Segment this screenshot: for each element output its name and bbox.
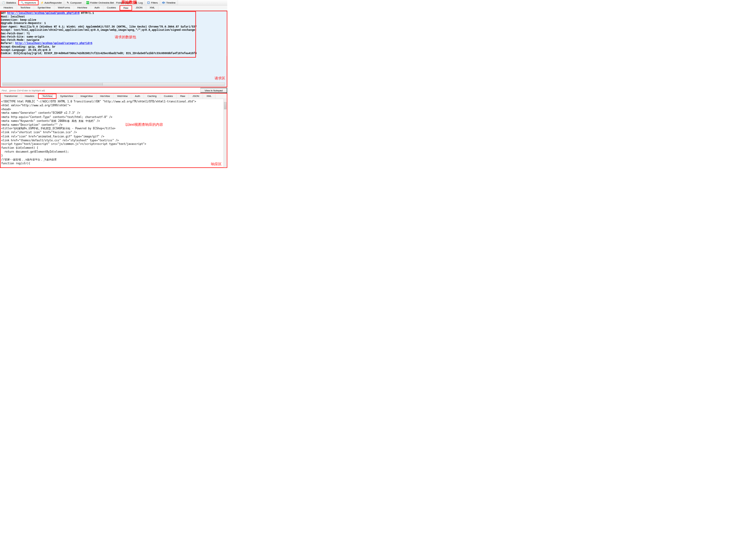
tab-label: Inspectors bbox=[25, 1, 36, 4]
tab-label: Auth bbox=[135, 95, 140, 98]
resp-tab-webview[interactable]: WebView bbox=[114, 94, 132, 99]
tab-label: Timeline bbox=[166, 1, 176, 4]
scrollbar-thumb[interactable] bbox=[224, 102, 226, 109]
req-tab-syntaxview[interactable]: SyntaxView bbox=[34, 5, 55, 11]
resp-tab-auth[interactable]: Auth bbox=[131, 94, 143, 99]
tab-label: Composer bbox=[70, 1, 82, 4]
tab-label: Fiddler Orchestra Beta bbox=[90, 1, 115, 4]
main-tab-strip: 🕑 Statistics 🔍 Inspectors ⚡ AutoResponde… bbox=[0, 0, 227, 5]
tab-label: JSON bbox=[193, 95, 199, 98]
find-bar: View in Notepad bbox=[0, 88, 227, 93]
req-tab-auth[interactable]: Auth bbox=[91, 5, 103, 11]
tab-label: TextView bbox=[42, 95, 53, 98]
resp-tab-syntaxview[interactable]: SyntaxView bbox=[57, 94, 77, 99]
tab-label: HexView bbox=[100, 95, 110, 98]
stopwatch-icon: 🕑 bbox=[2, 1, 5, 4]
tab-label: HexView bbox=[77, 6, 87, 9]
tab-label: SyntaxView bbox=[60, 95, 73, 98]
resp-tab-textview[interactable]: TextView bbox=[38, 94, 57, 99]
tab-label: Headers bbox=[4, 6, 13, 9]
request-pane: GET http://localhost/ecshop/upload/goods… bbox=[0, 11, 227, 87]
tab-label: AutoResponder bbox=[44, 1, 62, 4]
tab-label: Caching bbox=[147, 95, 157, 98]
resp-tab-json[interactable]: JSON bbox=[189, 94, 203, 99]
tab-label: WebForms bbox=[58, 6, 70, 9]
vertical-scrollbar[interactable] bbox=[224, 99, 227, 167]
req-tab-textview[interactable]: TextView bbox=[17, 5, 34, 11]
request-tab-strip: Headers TextView SyntaxView WebForms Hex… bbox=[0, 5, 227, 11]
tab-statistics[interactable]: 🕑 Statistics bbox=[0, 0, 18, 5]
fo-icon: FO bbox=[86, 1, 89, 4]
response-body-text[interactable]: <!DOCTYPE html PUBLIC "-//W3C//DTD XHTML… bbox=[1, 99, 227, 167]
lightning-icon: ⚡ bbox=[40, 1, 43, 4]
tab-autoresponder[interactable]: ⚡ AutoResponder bbox=[39, 0, 64, 5]
tab-label: Transformer bbox=[4, 95, 18, 98]
tab-label: JSON bbox=[136, 6, 143, 9]
find-input[interactable] bbox=[0, 88, 201, 93]
response-tab-strip: Transformer Headers TextView SyntaxView … bbox=[1, 94, 227, 99]
resp-tab-headers[interactable]: Headers bbox=[21, 94, 38, 99]
req-tab-xml[interactable]: XML bbox=[146, 5, 158, 11]
tab-label: XML bbox=[206, 95, 212, 98]
resp-tab-hexview[interactable]: HexView bbox=[97, 94, 114, 99]
resp-tab-transformer[interactable]: Transformer bbox=[1, 94, 21, 99]
annotation-raw-data: 原始数据 bbox=[121, 0, 137, 5]
tab-label: XML bbox=[150, 6, 155, 9]
horizontal-scrollbar[interactable] bbox=[2, 83, 225, 86]
annotation-response-view: 以text视图查响应的内容 bbox=[125, 122, 163, 127]
tab-composer[interactable]: ✎ Composer bbox=[64, 0, 84, 5]
req-tab-json[interactable]: JSON bbox=[132, 5, 146, 11]
req-tab-hexview[interactable]: HexView bbox=[74, 5, 91, 11]
timeline-icon bbox=[162, 1, 165, 4]
req-tab-cookies[interactable]: Cookies bbox=[103, 5, 120, 11]
req-tab-raw[interactable]: Raw bbox=[120, 5, 132, 11]
annotation-response-area: 响应区 bbox=[211, 162, 222, 166]
referer-url-link[interactable]: http://localhost/ecshop/upload/category.… bbox=[15, 42, 92, 45]
tab-label: WebView bbox=[117, 95, 128, 98]
req-tab-headers[interactable]: Headers bbox=[0, 5, 17, 11]
resp-tab-raw[interactable]: Raw bbox=[177, 94, 189, 99]
tab-label: Headers bbox=[25, 95, 34, 98]
request-raw-text[interactable]: GET http://localhost/ecshop/upload/goods… bbox=[1, 11, 227, 56]
tab-label: Log bbox=[138, 1, 143, 4]
response-pane: Transformer Headers TextView SyntaxView … bbox=[0, 93, 227, 168]
resp-tab-caching[interactable]: Caching bbox=[144, 94, 160, 99]
tab-filters[interactable]: Filters bbox=[145, 0, 160, 5]
tab-label: ImageView bbox=[80, 95, 93, 98]
req-tab-webforms[interactable]: WebForms bbox=[55, 5, 74, 11]
view-in-notepad-button[interactable]: View in Notepad bbox=[200, 88, 227, 93]
request-url-link[interactable]: http://localhost/ecshop/upload/goods.php… bbox=[7, 12, 80, 15]
tab-label: Cookies bbox=[107, 6, 116, 9]
resp-tab-imageview[interactable]: ImageView bbox=[77, 94, 97, 99]
magnifier-icon: 🔍 bbox=[21, 1, 24, 4]
tab-orchestra[interactable]: FO Fiddler Orchestra Beta bbox=[84, 0, 117, 5]
tab-label: Raw bbox=[180, 95, 185, 98]
resp-tab-xml[interactable]: XML bbox=[203, 94, 215, 99]
tab-label: Statistics bbox=[6, 1, 16, 4]
annotation-request-packet: 请求的数据包 bbox=[115, 35, 136, 40]
resp-tab-cookies[interactable]: Cookies bbox=[160, 94, 177, 99]
tab-label: SyntaxView bbox=[38, 6, 51, 9]
pencil-icon: ✎ bbox=[66, 1, 70, 4]
tab-label: Cookies bbox=[164, 95, 173, 98]
tab-timeline[interactable]: Timeline bbox=[160, 0, 178, 5]
tab-label: Raw bbox=[123, 6, 129, 9]
filters-icon bbox=[147, 1, 150, 4]
annotation-request-area: 请求区 bbox=[215, 76, 225, 81]
tab-label: Filters bbox=[151, 1, 158, 4]
tab-label: TextView bbox=[20, 6, 31, 9]
tab-label: Auth bbox=[94, 6, 99, 9]
tab-inspectors[interactable]: 🔍 Inspectors bbox=[18, 0, 39, 5]
